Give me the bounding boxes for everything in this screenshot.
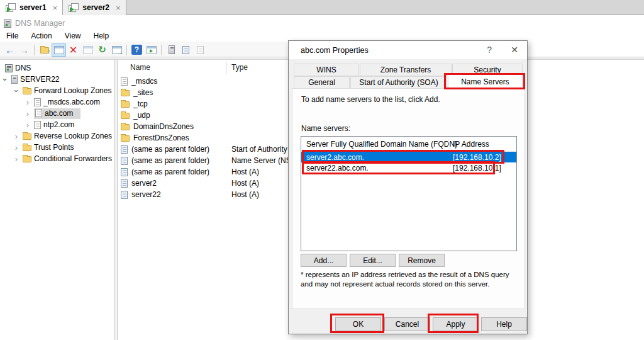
tree-label: abc.com: [45, 109, 73, 118]
menu-view[interactable]: View: [58, 31, 87, 42]
ok-button[interactable]: OK: [335, 317, 381, 331]
tab-name-servers[interactable]: Name Servers: [448, 74, 523, 89]
tab-general[interactable]: General: [294, 76, 350, 89]
record-name: (same as parent folder): [131, 156, 226, 165]
chevron-down-icon[interactable]: ›: [1, 76, 9, 83]
zone-icon: [34, 121, 41, 129]
record-icon: [121, 168, 128, 176]
record-list-icon[interactable]: [179, 43, 193, 57]
close-tab-icon[interactable]: ×: [116, 4, 121, 12]
delete-icon[interactable]: ✕: [66, 43, 80, 57]
column-separator[interactable]: [226, 62, 227, 74]
tree-item-ntp2-com[interactable]: › ntp2.com: [0, 119, 114, 130]
close-tab-icon[interactable]: ×: [53, 4, 58, 12]
show-hide-console-tree-icon[interactable]: [52, 43, 66, 57]
folder-icon: [121, 113, 130, 119]
name-server-row[interactable]: server2.abc.com. [192.168.10.2]: [301, 152, 516, 162]
help-icon[interactable]: ?: [130, 43, 144, 57]
tab-zone-transfers[interactable]: Zone Transfers: [360, 64, 452, 76]
tree-item-abc-com[interactable]: › abc.com: [0, 108, 114, 119]
record-name: DomainDnsZones: [133, 122, 228, 131]
server-icon: [11, 75, 18, 84]
console-tab-label: server2: [82, 3, 109, 12]
tree-item-forward-lookup-zones[interactable]: › Forward Lookup Zones: [0, 85, 114, 96]
chevron-right-icon[interactable]: ›: [13, 132, 20, 140]
menu-help[interactable]: Help: [87, 31, 116, 42]
screen: server1 × server2 × DNS Manager File Act…: [0, 0, 644, 340]
tab-start-of-authority[interactable]: Start of Authority (SOA): [350, 76, 447, 89]
tree-label: Trust Points: [34, 143, 74, 152]
chevron-right-icon[interactable]: ›: [24, 98, 31, 106]
zone-icon: [121, 77, 128, 86]
server-icon[interactable]: [164, 43, 179, 57]
dialog-help-icon[interactable]: ?: [487, 45, 492, 55]
tab-wins[interactable]: WINS: [294, 64, 359, 76]
forward-icon[interactable]: →: [17, 43, 31, 57]
record-name: server22: [131, 190, 226, 199]
apply-button[interactable]: Apply: [433, 317, 479, 331]
play-icon: [70, 7, 74, 12]
tree-item-reverse-lookup-zones[interactable]: › Reverse Lookup Zones: [0, 130, 114, 142]
tree-item-conditional-forwarders[interactable]: › Conditional Forwarders: [0, 153, 114, 164]
properties-icon[interactable]: [80, 43, 95, 57]
tree-item-msdcs-abc-com[interactable]: › _msdcs.abc.com: [0, 96, 114, 108]
tree-item-server22[interactable]: › SERVER22: [0, 74, 114, 85]
add-button[interactable]: Add...: [301, 254, 347, 267]
record-name: server2: [131, 179, 226, 188]
fqdn-value: server2.abc.com.: [306, 153, 364, 162]
console-tab-server2[interactable]: server2 ×: [63, 0, 126, 15]
name-servers-list: Server Fully Qualified Domain Name (FQDN…: [301, 136, 517, 251]
record-icon: [121, 191, 128, 199]
remove-button[interactable]: Remove: [399, 254, 445, 267]
folder-icon: [23, 133, 31, 140]
back-icon[interactable]: ←: [3, 43, 17, 57]
edit-button[interactable]: Edit...: [350, 254, 396, 267]
console-tab-label: server1: [19, 3, 47, 12]
column-header-name[interactable]: Name: [130, 63, 150, 72]
column-header-ip[interactable]: IP Address: [453, 140, 489, 149]
toolbar-separator: [161, 45, 162, 55]
folder-icon: [23, 88, 31, 94]
name-server-row[interactable]: server22.abc.com. [192.168.10.1]: [301, 162, 516, 173]
column-header-type[interactable]: Type: [231, 63, 248, 72]
menu-action[interactable]: Action: [25, 31, 58, 42]
cancel-button[interactable]: Cancel: [384, 317, 430, 331]
export-list-icon[interactable]: →: [109, 43, 124, 57]
chevron-right-icon[interactable]: ›: [13, 155, 20, 163]
new-window-icon[interactable]: [144, 43, 158, 57]
name-servers-list-header: Server Fully Qualified Domain Name (FQDN…: [301, 137, 516, 152]
console-tab-server1[interactable]: server1 ×: [0, 0, 63, 15]
tree-label: Conditional Forwarders: [34, 154, 112, 163]
vm-console-icon: [6, 3, 16, 12]
properties-dialog: abc.com Properties ? ✕ WINS Zone Transfe…: [288, 40, 528, 334]
record-name: (same as parent folder): [131, 145, 226, 154]
chevron-right-icon[interactable]: ›: [13, 144, 20, 152]
clipboard-icon[interactable]: [193, 43, 208, 57]
window-titlebar: DNS Manager: [4, 17, 65, 30]
record-icon: [121, 145, 128, 154]
fqdn-value: server22.abc.com.: [306, 164, 369, 173]
chevron-right-icon[interactable]: ›: [24, 110, 31, 118]
record-icon: [121, 179, 128, 188]
column-separator[interactable]: [448, 139, 448, 150]
tree-item-dns[interactable]: DNS: [0, 62, 114, 74]
chevron-right-icon[interactable]: ›: [24, 121, 31, 129]
tree-label: Forward Lookup Zones: [34, 86, 111, 95]
refresh-icon[interactable]: ↻: [95, 43, 109, 57]
folder-icon: [121, 101, 130, 108]
menu-bar: File Action View Help: [0, 31, 288, 42]
dialog-title: abc.com Properties: [301, 46, 369, 55]
tree-item-trust-points[interactable]: › Trust Points: [0, 142, 114, 153]
record-name: ForestDnsZones: [133, 133, 228, 142]
chevron-down-icon[interactable]: ›: [13, 87, 21, 94]
menu-file[interactable]: File: [0, 31, 25, 42]
help-button[interactable]: Help: [481, 317, 527, 331]
up-one-level-icon[interactable]: ↑: [37, 43, 52, 57]
dialog-titlebar: abc.com Properties ? ✕: [289, 41, 527, 59]
tree-label: _msdcs.abc.com: [43, 98, 100, 106]
record-type: Host (A): [231, 190, 259, 199]
vm-console-icon: [69, 3, 79, 12]
ip-value: [192.168.10.2]: [453, 153, 501, 162]
column-header-fqdn[interactable]: Server Fully Qualified Domain Name (FQDN…: [306, 140, 457, 149]
dialog-close-icon[interactable]: ✕: [511, 45, 518, 55]
